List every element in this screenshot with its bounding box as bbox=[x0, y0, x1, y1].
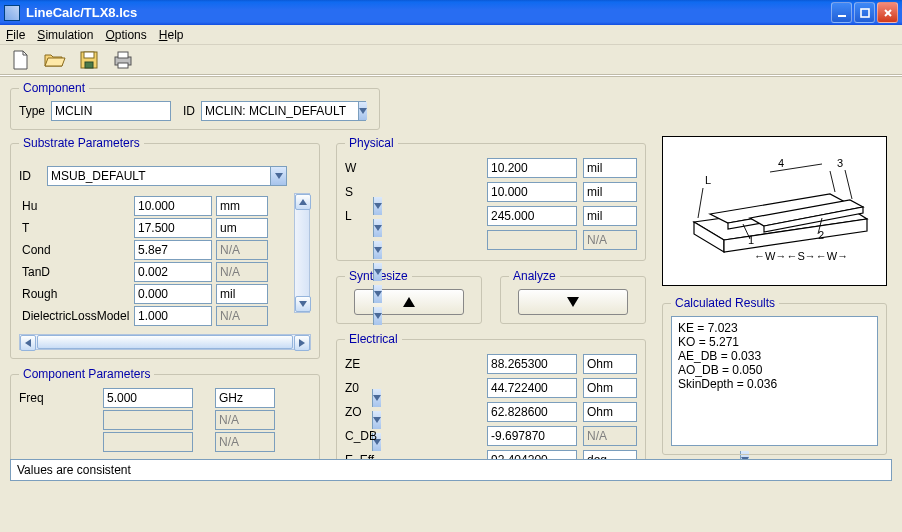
electrical-legend: Electrical bbox=[345, 332, 402, 346]
param-value-input[interactable] bbox=[487, 426, 577, 446]
analyze-legend: Analyze bbox=[509, 269, 560, 283]
analyze-group: Analyze bbox=[500, 269, 646, 324]
param-label: W bbox=[345, 161, 393, 175]
toolbar bbox=[0, 45, 902, 75]
menu-bar: File Simulation Options Help bbox=[0, 25, 902, 45]
result-line: AE_DB = 0.033 bbox=[678, 349, 871, 363]
scroll-up-icon[interactable] bbox=[295, 194, 311, 210]
component-id-combo[interactable] bbox=[201, 101, 366, 121]
param-label: C_DB bbox=[345, 429, 393, 443]
chevron-down-icon[interactable] bbox=[270, 167, 286, 185]
electrical-row: ZE bbox=[345, 352, 637, 376]
unit-combo bbox=[216, 306, 268, 326]
param-label: Rough bbox=[22, 287, 130, 301]
maximize-button[interactable] bbox=[854, 2, 875, 23]
substrate-row: TanD bbox=[22, 261, 290, 283]
param-value-input[interactable] bbox=[134, 306, 212, 326]
electrical-row: C_DB bbox=[345, 424, 637, 448]
param-value-input[interactable] bbox=[134, 196, 212, 216]
component-id-value bbox=[202, 102, 358, 120]
results-text: KE = 7.023KO = 5.271AE_DB = 0.033AO_DB =… bbox=[671, 316, 878, 446]
param-value-input[interactable] bbox=[487, 158, 577, 178]
param-value-input[interactable] bbox=[134, 262, 212, 282]
param-value-input[interactable] bbox=[487, 206, 577, 226]
svg-rect-1 bbox=[861, 9, 869, 17]
scroll-thumb[interactable] bbox=[37, 335, 293, 349]
unit-combo[interactable] bbox=[583, 158, 637, 178]
scroll-right-icon[interactable] bbox=[294, 335, 310, 351]
unit-combo[interactable] bbox=[583, 354, 637, 374]
param-value-input[interactable] bbox=[134, 284, 212, 304]
diagram-label-4: 4 bbox=[778, 157, 784, 169]
substrate-id-combo[interactable] bbox=[47, 166, 287, 186]
param-label: T bbox=[22, 221, 130, 235]
chevron-down-icon[interactable] bbox=[373, 219, 382, 237]
unit-combo[interactable] bbox=[583, 402, 637, 422]
menu-help[interactable]: Help bbox=[159, 28, 184, 42]
unit-combo[interactable] bbox=[216, 284, 268, 304]
unit-combo[interactable] bbox=[583, 182, 637, 202]
open-file-icon[interactable] bbox=[44, 49, 66, 71]
unit-combo[interactable] bbox=[216, 218, 268, 238]
component-params-legend: Component Parameters bbox=[19, 367, 154, 381]
param-value-input[interactable] bbox=[487, 402, 577, 422]
arrow-up-icon bbox=[403, 297, 415, 307]
component-id-label: ID bbox=[183, 104, 195, 118]
substrate-row: Hu bbox=[22, 195, 290, 217]
unit-combo[interactable] bbox=[583, 206, 637, 226]
scroll-down-icon[interactable] bbox=[295, 296, 311, 312]
substrate-id-value bbox=[48, 167, 270, 185]
substrate-params-list: Hu T Cond TanD Rough DielectricLoss bbox=[19, 192, 311, 330]
svg-rect-0 bbox=[838, 15, 846, 17]
menu-options[interactable]: Options bbox=[105, 28, 146, 42]
param-value-input[interactable] bbox=[487, 182, 577, 202]
svg-rect-6 bbox=[85, 62, 93, 68]
param-value-input bbox=[487, 230, 577, 250]
svg-rect-5 bbox=[84, 52, 94, 58]
horizontal-scrollbar[interactable] bbox=[19, 334, 311, 350]
close-button[interactable] bbox=[877, 2, 898, 23]
unit-combo[interactable] bbox=[215, 388, 275, 408]
analyze-button[interactable] bbox=[518, 289, 628, 315]
print-icon[interactable] bbox=[112, 49, 134, 71]
scroll-left-icon[interactable] bbox=[20, 335, 36, 351]
chevron-down-icon[interactable] bbox=[358, 102, 367, 120]
param-label: ZO bbox=[345, 405, 393, 419]
physical-group: Physical W S L bbox=[336, 136, 646, 261]
unit-combo bbox=[583, 426, 637, 446]
electrical-row: ZO bbox=[345, 400, 637, 424]
results-group: Calculated Results KE = 7.023KO = 5.271A… bbox=[662, 296, 887, 455]
component-type-combo[interactable] bbox=[51, 101, 171, 121]
param-value-input[interactable] bbox=[134, 240, 212, 260]
physical-row: L bbox=[345, 204, 637, 228]
diagram-label-L: L bbox=[705, 174, 711, 186]
unit-combo bbox=[583, 230, 637, 250]
substrate-row: Rough bbox=[22, 283, 290, 305]
new-file-icon[interactable] bbox=[10, 49, 32, 71]
unit-combo[interactable] bbox=[583, 378, 637, 398]
vertical-scrollbar[interactable] bbox=[294, 193, 310, 313]
menu-simulation[interactable]: Simulation bbox=[37, 28, 93, 42]
param-label: Freq bbox=[19, 391, 99, 405]
param-value-input[interactable] bbox=[487, 378, 577, 398]
menu-file[interactable]: File bbox=[6, 28, 25, 42]
component-group: Component Type ID bbox=[10, 81, 380, 130]
physical-row: W bbox=[345, 156, 637, 180]
result-line: SkinDepth = 0.036 bbox=[678, 377, 871, 391]
svg-line-18 bbox=[698, 188, 703, 218]
chevron-down-icon[interactable] bbox=[373, 285, 382, 303]
param-value-input[interactable] bbox=[134, 218, 212, 238]
param-label: Z0 bbox=[345, 381, 393, 395]
substrate-id-label: ID bbox=[19, 169, 41, 183]
chevron-down-icon[interactable] bbox=[373, 197, 382, 215]
component-param-row bbox=[19, 409, 311, 431]
window-buttons bbox=[831, 2, 898, 23]
save-file-icon[interactable] bbox=[78, 49, 100, 71]
param-label: Cond bbox=[22, 243, 130, 257]
param-value-input[interactable] bbox=[103, 388, 193, 408]
param-value-input[interactable] bbox=[487, 354, 577, 374]
minimize-button[interactable] bbox=[831, 2, 852, 23]
arrow-down-icon bbox=[567, 297, 579, 307]
status-text: Values are consistent bbox=[17, 463, 131, 477]
unit-combo[interactable] bbox=[216, 196, 268, 216]
